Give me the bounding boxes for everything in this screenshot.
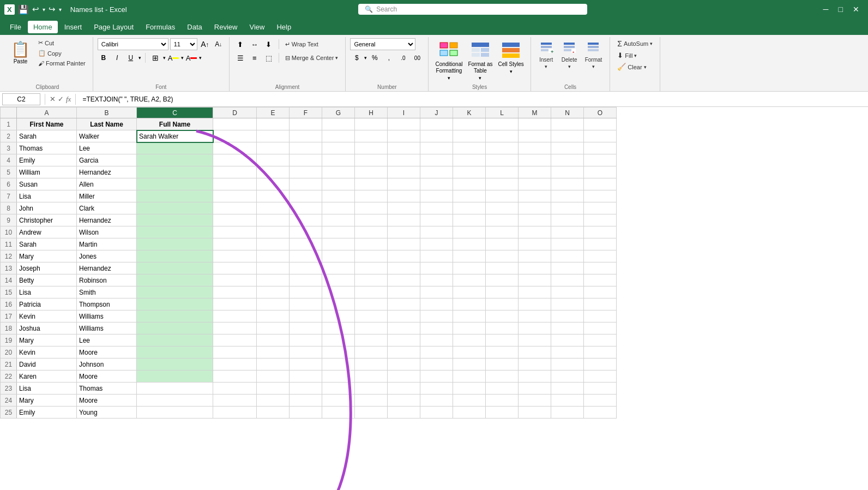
cell-o11[interactable] (584, 238, 617, 250)
cell-f12[interactable] (290, 250, 322, 262)
cell-n22[interactable] (551, 371, 584, 383)
menu-page-layout[interactable]: Page Layout (88, 21, 139, 33)
cell-g4[interactable] (322, 154, 355, 166)
cell-m2[interactable] (519, 130, 551, 142)
align-left-button[interactable]: ☰ (234, 52, 247, 64)
cell-b16[interactable]: Thompson (77, 298, 137, 310)
col-header-o[interactable]: O (584, 107, 617, 118)
cell-i14[interactable] (388, 274, 420, 286)
cell-j8[interactable] (420, 202, 453, 214)
cell-m8[interactable] (519, 202, 551, 214)
cell-e14[interactable] (257, 274, 290, 286)
cell-g21[interactable] (322, 358, 355, 371)
border-dropdown[interactable]: ▾ (163, 55, 166, 61)
cell-h9[interactable] (355, 214, 388, 226)
redo-button[interactable]: ↪ (49, 4, 56, 14)
cell-c3[interactable] (137, 142, 213, 154)
cell-b18[interactable]: Williams (77, 322, 137, 334)
cell-m10[interactable] (519, 226, 551, 238)
cell-f22[interactable] (290, 371, 322, 383)
cell-g24[interactable] (322, 395, 355, 407)
cell-c23[interactable] (137, 383, 213, 395)
cell-a21[interactable]: David (17, 358, 77, 371)
cond-fmt-dropdown[interactable]: ▾ (448, 75, 450, 81)
cell-h11[interactable] (355, 238, 388, 250)
cell-i10[interactable] (388, 226, 420, 238)
cell-k19[interactable] (453, 334, 486, 346)
percent-button[interactable]: % (368, 52, 381, 64)
cell-e13[interactable] (257, 262, 290, 274)
cell-h21[interactable] (355, 358, 388, 371)
cell-n15[interactable] (551, 286, 584, 298)
cell-g2[interactable] (322, 130, 355, 142)
cell-b6[interactable]: Allen (77, 178, 137, 190)
cell-l20[interactable] (486, 346, 519, 358)
font-name-select[interactable]: Calibri (98, 38, 168, 50)
cell-styles-button[interactable]: Cell Styles ▾ (496, 38, 526, 76)
cell-f3[interactable] (290, 142, 322, 154)
cell-c13[interactable] (137, 262, 213, 274)
cell-k21[interactable] (453, 358, 486, 371)
cell-b3[interactable]: Lee (77, 142, 137, 154)
cell-a4[interactable]: Emily (17, 154, 77, 166)
cell-m20[interactable] (519, 346, 551, 358)
cell-l19[interactable] (486, 334, 519, 346)
grow-font-button[interactable]: A↑ (199, 38, 211, 50)
cell-c16[interactable] (137, 298, 213, 310)
cell-g16[interactable] (322, 298, 355, 310)
cell-ref-input[interactable] (2, 93, 40, 105)
cell-n6[interactable] (551, 178, 584, 190)
cell-e6[interactable] (257, 178, 290, 190)
cell-b9[interactable]: Hernandez (77, 214, 137, 226)
cell-l13[interactable] (486, 262, 519, 274)
cell-o17[interactable] (584, 310, 617, 322)
cell-m14[interactable] (519, 274, 551, 286)
merge-center-button[interactable]: ⊟ Merge & Center ▾ (282, 53, 341, 63)
quick-access-dropdown[interactable]: ▾ (59, 7, 62, 13)
cell-c10[interactable] (137, 226, 213, 238)
cell-a10[interactable]: Andrew (17, 226, 77, 238)
cell-o8[interactable] (584, 202, 617, 214)
cell-k23[interactable] (453, 383, 486, 395)
cell-h1[interactable] (355, 118, 388, 130)
cell-j25[interactable] (420, 407, 453, 419)
currency-dropdown[interactable]: ▾ (364, 55, 367, 61)
cell-h6[interactable] (355, 178, 388, 190)
cell-j16[interactable] (420, 298, 453, 310)
cell-a5[interactable]: William (17, 166, 77, 178)
cell-n7[interactable] (551, 190, 584, 202)
border-button[interactable]: ⊞ (149, 52, 161, 64)
undo-dropdown[interactable]: ▾ (43, 7, 45, 13)
cell-l11[interactable] (486, 238, 519, 250)
minimize-button[interactable]: ─ (819, 4, 833, 15)
cell-i1[interactable] (388, 118, 420, 130)
cell-m12[interactable] (519, 250, 551, 262)
cell-l14[interactable] (486, 274, 519, 286)
cell-k24[interactable] (453, 395, 486, 407)
cell-g20[interactable] (322, 346, 355, 358)
cell-d4[interactable] (213, 154, 257, 166)
cell-i11[interactable] (388, 238, 420, 250)
cell-b15[interactable]: Smith (77, 286, 137, 298)
cell-a15[interactable]: Lisa (17, 286, 77, 298)
merge-dropdown[interactable]: ▾ (335, 55, 338, 61)
cell-n3[interactable] (551, 142, 584, 154)
cell-g15[interactable] (322, 286, 355, 298)
cell-i20[interactable] (388, 346, 420, 358)
cell-i19[interactable] (388, 334, 420, 346)
cell-g11[interactable] (322, 238, 355, 250)
cell-c19[interactable] (137, 334, 213, 346)
cell-e22[interactable] (257, 371, 290, 383)
cell-j15[interactable] (420, 286, 453, 298)
cell-h12[interactable] (355, 250, 388, 262)
cell-o14[interactable] (584, 274, 617, 286)
cell-h8[interactable] (355, 202, 388, 214)
font-color-button[interactable]: A (185, 52, 197, 64)
col-header-h[interactable]: H (355, 107, 388, 118)
cell-b5[interactable]: Hernandez (77, 166, 137, 178)
cell-n21[interactable] (551, 358, 584, 371)
col-header-g[interactable]: G (322, 107, 355, 118)
cell-k11[interactable] (453, 238, 486, 250)
cell-f16[interactable] (290, 298, 322, 310)
cell-b21[interactable]: Johnson (77, 358, 137, 371)
